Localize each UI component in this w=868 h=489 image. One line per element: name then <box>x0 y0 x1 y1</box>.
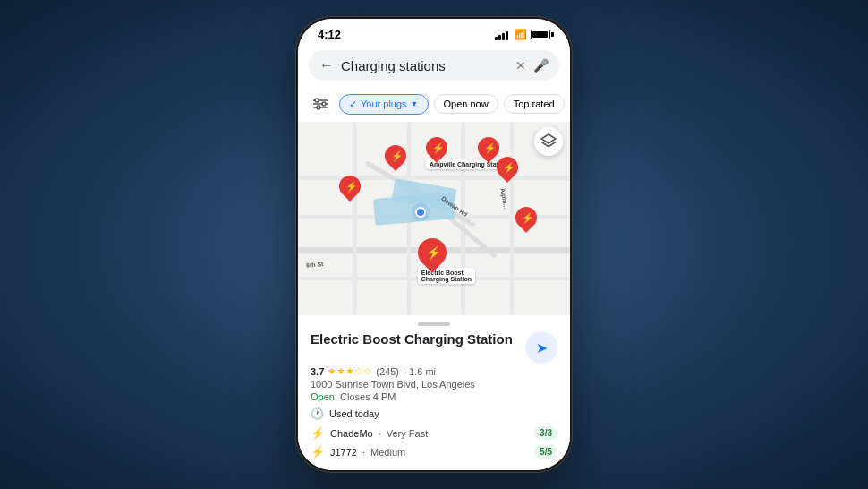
check-icon: ✓ <box>349 99 357 110</box>
filter-bar: ✓ Your plugs ▼ Open now Top rated <box>298 88 570 122</box>
clear-search-button[interactable]: ✕ <box>515 58 526 73</box>
place-header: Electric Boost Charging Station ➤ <box>311 331 557 364</box>
clock-icon: 🕐 <box>311 408 324 420</box>
user-location-dot <box>415 207 426 218</box>
chevron-down-icon: ▼ <box>411 99 419 108</box>
filter-icon-button[interactable] <box>307 91 334 116</box>
phone-frame: 4:12 📶 ← Charging stations ✕ 🎤 <box>295 16 573 473</box>
map-pin-6[interactable]: ⚡ <box>515 207 537 228</box>
map-pin-5[interactable]: ⚡ <box>497 157 518 178</box>
open-status: Open <box>311 391 335 402</box>
open-now-chip[interactable]: Open now <box>434 94 498 114</box>
mic-button[interactable]: 🎤 <box>533 58 549 73</box>
review-count: (245) <box>376 366 399 377</box>
direction-arrow-icon: ➤ <box>536 339 548 356</box>
charger-speed-0: Very Fast <box>387 428 428 439</box>
place-status: Open· Closes 4 PM <box>311 391 557 402</box>
place-card: Electric Boost Charging Station ➤ 3.7 ★★… <box>298 331 570 470</box>
your-plugs-chip[interactable]: ✓ Your plugs ▼ <box>339 94 429 115</box>
search-query: Charging stations <box>341 58 508 73</box>
map-pin-4[interactable]: ⚡ <box>478 137 499 159</box>
status-time: 4:12 <box>318 28 341 41</box>
charger-avail-1: 5/5 <box>534 445 557 459</box>
charger-speed-1: Medium <box>370 447 405 458</box>
bolt-icon-1: ⚡ <box>311 445 325 459</box>
svg-point-3 <box>315 99 319 102</box>
phone-screen: 4:12 📶 ← Charging stations ✕ 🎤 <box>298 19 570 470</box>
map-pin-1[interactable]: ⚡ <box>339 176 361 197</box>
closing-time: · Closes 4 PM <box>335 391 396 402</box>
search-bar[interactable]: ← Charging stations ✕ 🎤 <box>309 50 559 81</box>
charger-name-1: J1772 <box>330 447 357 458</box>
rating-number: 3.7 <box>311 366 324 377</box>
battery-icon <box>531 30 550 39</box>
map-container[interactable]: 6th St Dewap Rd Alpin... ⚡ ⚡ <box>298 122 570 315</box>
status-icons: 📶 <box>495 29 550 40</box>
map-pin-2[interactable]: ⚡ <box>385 145 406 167</box>
electric-boost-pin[interactable]: ⚡ Electric BoostCharging Station <box>418 238 475 284</box>
status-bar: 4:12 📶 <box>298 19 570 45</box>
your-plugs-label: Your plugs <box>361 99 407 109</box>
top-rated-chip[interactable]: Top rated <box>504 94 565 114</box>
layers-button[interactable] <box>534 127 563 156</box>
drag-handle[interactable] <box>418 322 450 326</box>
top-rated-label: Top rated <box>514 99 555 109</box>
charger-row-1: ⚡ J1772 · Medium 5/5 <box>311 442 557 461</box>
used-today-row: 🕐 Used today <box>311 408 557 420</box>
open-now-label: Open now <box>444 99 489 109</box>
charger-avail-0: 3/3 <box>534 426 557 440</box>
svg-point-4 <box>322 102 326 106</box>
place-name: Electric Boost Charging Station <box>311 331 518 347</box>
place-address: 1000 Sunrise Town Blvd, Los Angeles <box>311 379 557 390</box>
distance-value: 1.6 mi <box>409 366 436 377</box>
map-background: 6th St Dewap Rd Alpin... ⚡ ⚡ <box>298 122 570 315</box>
bolt-icon-0: ⚡ <box>311 426 325 440</box>
svg-point-5 <box>317 106 320 109</box>
search-bar-container: ← Charging stations ✕ 🎤 <box>298 45 570 88</box>
directions-button[interactable]: ➤ <box>525 331 557 364</box>
electric-boost-label: Electric BoostCharging Station <box>418 268 475 284</box>
charger-name-0: ChadeMo <box>330 428 373 439</box>
used-today-label: Used today <box>329 408 379 419</box>
signal-icon <box>495 30 508 40</box>
place-rating: 3.7 ★★★☆☆ (245) · 1.6 mi <box>311 365 557 377</box>
charger-row-0: ⚡ ChadeMo · Very Fast 3/3 <box>311 424 557 442</box>
back-button[interactable]: ← <box>319 57 334 73</box>
stars-icon: ★★★☆☆ <box>328 365 372 377</box>
